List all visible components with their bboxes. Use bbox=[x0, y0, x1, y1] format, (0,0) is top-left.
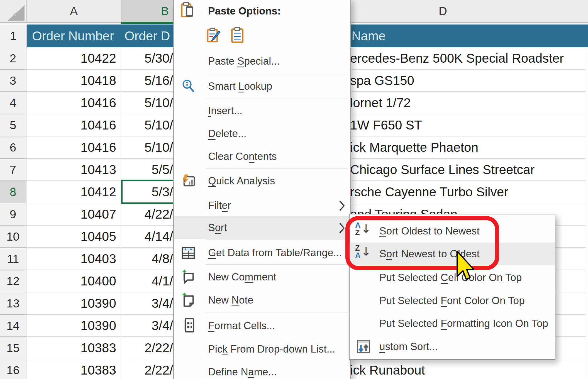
cell-order-number[interactable]: 10416 bbox=[26, 114, 121, 136]
cell-order-number[interactable]: 10390 bbox=[26, 315, 121, 337]
label-key: C bbox=[441, 272, 448, 283]
label-key: S bbox=[237, 55, 244, 67]
cell-order-date[interactable]: 2/22/ bbox=[121, 359, 174, 379]
cell-order-date[interactable]: 5/10/ bbox=[121, 92, 174, 114]
column-header-a[interactable]: A bbox=[26, 0, 121, 22]
menu-item-smart-lookup[interactable]: Smart Lookup bbox=[174, 75, 350, 98]
menu-item-get-data-from-table-range[interactable]: Get Data from Table/Range... bbox=[174, 241, 350, 264]
submenu-item-put-selected-formatting-icon-on-top[interactable]: Put Selected Formatting Icon On Top bbox=[350, 312, 555, 335]
cell-order-date[interactable]: 4/8/ bbox=[121, 248, 174, 270]
row-header[interactable]: 14 bbox=[0, 315, 26, 337]
menu-item-delete[interactable]: Delete... bbox=[174, 122, 350, 145]
label-key: G bbox=[208, 247, 216, 258]
label-key: L bbox=[238, 80, 244, 92]
row-header[interactable]: 15 bbox=[0, 337, 26, 359]
select-all-corner[interactable] bbox=[0, 0, 27, 22]
label-pre: S bbox=[208, 222, 215, 233]
cell-order-number[interactable]: 10416 bbox=[26, 136, 121, 159]
cell-order-date[interactable]: 5/10/ bbox=[121, 114, 174, 136]
cell-order-number[interactable]: 10416 bbox=[26, 92, 121, 114]
cell-order-date[interactable]: 5/30/ bbox=[121, 47, 174, 70]
paste-formatting-button[interactable] bbox=[205, 27, 222, 43]
row-header[interactable]: 2 bbox=[0, 47, 26, 70]
menu-separator bbox=[206, 264, 348, 265]
row-header[interactable]: 9 bbox=[0, 203, 26, 226]
row-header[interactable]: 13 bbox=[0, 292, 26, 315]
label-pre: Define N bbox=[208, 366, 248, 378]
cell-order-number[interactable]: 10405 bbox=[26, 226, 121, 248]
cell-order-number[interactable]: 10390 bbox=[26, 292, 121, 315]
header-name[interactable]: Name bbox=[352, 25, 386, 47]
label-post: rt bbox=[221, 222, 227, 233]
row-header[interactable]: 3 bbox=[0, 70, 26, 92]
label-key: D bbox=[208, 128, 216, 139]
label-pre: Paste bbox=[208, 55, 237, 67]
row-header-selected[interactable]: 8 bbox=[0, 181, 26, 203]
submenu-item-custom-sort[interactable]: ustom Sort... bbox=[350, 335, 555, 358]
cell-order-date[interactable]: 2/22/ bbox=[121, 337, 174, 359]
menu-item-insert[interactable]: Insert... bbox=[174, 99, 350, 122]
menu-item-pick-from-dropdown-list[interactable]: Pick From Drop-down List... bbox=[174, 338, 350, 361]
cell-order-number[interactable]: 10422 bbox=[26, 47, 121, 70]
menu-item-paste-special[interactable]: Paste Special... bbox=[174, 50, 350, 73]
row-header[interactable]: 4 bbox=[0, 92, 26, 114]
cell-order-number[interactable]: 10400 bbox=[26, 270, 121, 292]
cell-order-date[interactable]: 4/1/ bbox=[121, 270, 174, 292]
cell-order-number[interactable]: 10407 bbox=[26, 203, 121, 226]
paste-values-icon bbox=[229, 27, 246, 43]
row-header-1[interactable]: 1 bbox=[0, 25, 27, 48]
cell-order-date[interactable]: 5/16/ bbox=[121, 70, 174, 92]
label-pre: Clear Co bbox=[208, 151, 249, 162]
label-pre: Pic bbox=[208, 343, 222, 355]
menu-separator bbox=[206, 168, 348, 169]
row-header[interactable]: 12 bbox=[0, 270, 26, 292]
menu-separator bbox=[206, 239, 348, 240]
menu-item-format-cells[interactable]: Format Cells... bbox=[174, 314, 350, 337]
cell-order-date[interactable]: 5/10/ bbox=[121, 136, 174, 159]
cell-order-number[interactable]: 10383 bbox=[26, 337, 121, 359]
label-post: tents bbox=[255, 151, 277, 162]
row-header[interactable]: 6 bbox=[0, 136, 26, 159]
label-post: uick Analysis bbox=[216, 175, 275, 187]
menu-item-define-name[interactable]: Define Name... bbox=[174, 361, 350, 379]
label-pre: Smart bbox=[208, 80, 238, 92]
label-post: et Data from Table/Range... bbox=[216, 247, 342, 258]
cell-order-date[interactable]: 4/14/ bbox=[121, 226, 174, 248]
menu-item-sort[interactable]: Sort bbox=[174, 216, 350, 239]
label-pre: Put Selected bbox=[379, 272, 441, 283]
label-pre: New bbox=[208, 294, 231, 306]
row-header[interactable]: 5 bbox=[0, 114, 26, 136]
cell-order-date[interactable]: 3/4/ bbox=[121, 292, 174, 315]
row-header[interactable]: 11 bbox=[0, 248, 26, 270]
row-header[interactable]: 16 bbox=[0, 359, 26, 379]
submenu-item-put-selected-font-color-on-top[interactable]: Put Selected Font Color On Top bbox=[350, 289, 555, 312]
menu-item-filter[interactable]: Filter bbox=[174, 194, 350, 217]
column-header-d[interactable]: D bbox=[436, 0, 450, 22]
cell-order-number[interactable]: 10418 bbox=[26, 70, 121, 92]
cell-order-date[interactable]: 5/5/ bbox=[121, 159, 174, 181]
cell-order-number[interactable]: 10413 bbox=[26, 159, 121, 181]
label-post: nsert... bbox=[211, 105, 242, 116]
row-header[interactable]: 7 bbox=[0, 159, 26, 181]
row-header[interactable]: 10 bbox=[0, 226, 26, 248]
cell-order-number[interactable]: 10383 bbox=[26, 359, 121, 379]
custom-sort-icon bbox=[356, 339, 371, 354]
header-order-date[interactable]: Order D bbox=[125, 25, 170, 47]
cell-order-number[interactable]: 10403 bbox=[26, 248, 121, 270]
label-post: r bbox=[228, 200, 231, 211]
cell-order-date[interactable]: 4/22/ bbox=[121, 203, 174, 226]
paste-values-button[interactable] bbox=[229, 27, 246, 43]
header-order-number[interactable]: Order Number bbox=[32, 25, 114, 47]
label-key: N bbox=[231, 294, 239, 306]
cell-order-date[interactable]: 3/4/ bbox=[121, 315, 174, 337]
menu-item-new-comment[interactable]: New Comment bbox=[174, 266, 350, 288]
cell-order-number[interactable]: 10412 bbox=[26, 181, 121, 203]
label-key: Q bbox=[208, 175, 216, 187]
label-post: ont Color On Top bbox=[447, 295, 525, 306]
menu-item-new-note[interactable]: New Note bbox=[174, 289, 350, 312]
menu-item-quick-analysis[interactable]: Quick Analysis bbox=[174, 170, 350, 192]
label-key: n bbox=[249, 151, 255, 162]
menu-item-clear-contents[interactable]: Clear Contents bbox=[174, 145, 350, 168]
label-key: F bbox=[208, 320, 214, 331]
label-pre: New Co bbox=[208, 271, 245, 283]
